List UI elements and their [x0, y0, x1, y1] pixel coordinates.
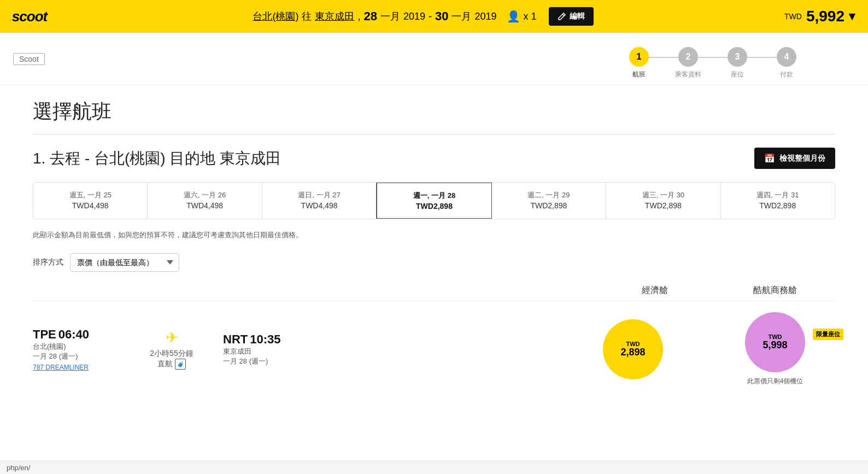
total-price: 5,992 — [806, 8, 844, 25]
step-4-num: 4 — [784, 52, 789, 62]
arrive-iata: NRT — [223, 332, 248, 347]
month-view-button[interactable]: 📅 檢視整個月份 — [754, 148, 835, 169]
info-text: 此顯示金額為目前最低價，如與您的預算不符，建議您可考慮查詢其他日期最佳價格。 — [33, 230, 835, 240]
direct-label: 直航 — [157, 359, 173, 369]
section-title-row: 1. 去程 - 台北(桃園) 目的地 東京成田 📅 檢視整個月份 — [33, 148, 835, 169]
depart-airport: 台北(桃園) — [33, 342, 120, 352]
arrive-time: 10:35 — [250, 332, 280, 347]
limited-badge: 限量座位 — [813, 329, 843, 340]
calendar-icon: 📅 — [764, 153, 775, 163]
passenger-count: x 1 — [524, 11, 537, 22]
date-year1: 2019 — [403, 11, 425, 22]
edit-button-label: 編輯 — [570, 11, 585, 21]
flight-middle: ✈ 2小時55分鐘 直航 🧳 — [133, 329, 210, 370]
return-month: 一月 — [451, 10, 471, 23]
date-year2: 2019 — [474, 11, 496, 22]
plane-type[interactable]: 787 DREAMLINER — [33, 364, 120, 371]
logo-circle: scoot — [13, 0, 46, 33]
date-tab-5[interactable]: 週三, 一月 30 TWD2,898 — [606, 183, 720, 219]
logo-text: scoot — [12, 8, 47, 25]
depart-month: 一月 — [380, 10, 400, 23]
depart-day: 28 — [363, 9, 377, 24]
section-title: 1. 去程 - 台北(桃園) 目的地 東京成田 — [33, 148, 281, 169]
step-2-num: 2 — [686, 52, 691, 62]
step-3-num: 3 — [735, 52, 740, 62]
step-3: 3 座位 — [713, 47, 762, 79]
step-1: 1 航班 — [614, 47, 664, 79]
economy-cabin-header: 經濟艙 — [595, 285, 715, 296]
tab-day-3: 週一, 一月 28 — [377, 191, 491, 201]
depart-iata: TPE — [33, 327, 56, 342]
tab-day-5: 週三, 一月 30 — [606, 190, 720, 200]
step-4-label: 付款 — [780, 70, 793, 79]
depart-date: 一月 28 (週一) — [33, 352, 120, 361]
cabin-headers: 經濟艙 酷航商務艙 — [33, 285, 835, 296]
divider — [33, 134, 835, 134]
economy-currency: TWD — [626, 341, 640, 347]
tab-day-0: 週五, 一月 25 — [33, 190, 147, 200]
tab-price-3: TWD2,898 — [377, 202, 491, 210]
sort-label: 排序方式 — [33, 258, 63, 267]
chevron-down-icon[interactable]: ▾ — [849, 9, 855, 24]
tab-price-1: TWD4,498 — [148, 201, 261, 210]
economy-price-wrapper: TWD 2,898 — [573, 319, 693, 379]
date-tab-2[interactable]: 週日, 一月 27 TWD4,498 — [262, 183, 377, 219]
logo-area: scoot — [13, 0, 79, 33]
step-3-circle: 3 — [728, 47, 747, 67]
step-4: 4 付款 — [762, 47, 811, 79]
person-icon: 👤 — [507, 10, 520, 23]
tab-day-2: 週日, 一月 27 — [262, 190, 376, 200]
steps-container: 1 航班 2 乘客資料 3 座位 4 付款 — [45, 38, 855, 79]
page-title: 選擇航班 — [33, 98, 835, 125]
step-1-label: 航班 — [632, 70, 646, 79]
sort-select[interactable]: 票價（由最低至最高） 出發時間 抵達時間 — [70, 253, 179, 272]
economy-price-circle[interactable]: TWD 2,898 — [603, 319, 663, 379]
price-currency: TWD — [784, 12, 802, 21]
date-tab-0[interactable]: 週五, 一月 25 TWD4,498 — [33, 183, 148, 219]
baggage-icon: 🧳 — [175, 359, 186, 370]
top-bar-center: 台北(桃園) 往 東京成田, 28 一月 2019 - 30 一月 2019 👤… — [79, 7, 767, 26]
business-price-wrapper: TWD 5,998 限量座位 此票價只剩4個機位 — [715, 312, 835, 386]
date-tab-6[interactable]: 週四, 一月 31 TWD2,898 — [721, 183, 835, 219]
top-bar-right: TWD 5,992 ▾ — [767, 8, 855, 25]
seats-note: 此票價只剩4個機位 — [747, 377, 804, 386]
pencil-icon — [558, 12, 566, 21]
date-tab-4[interactable]: 週二, 一月 29 TWD2,898 — [492, 183, 606, 219]
edit-button[interactable]: 編輯 — [549, 7, 594, 26]
business-circle-container: TWD 5,998 限量座位 — [745, 312, 805, 372]
date-tabs: 週五, 一月 25 TWD4,498 週六, 一月 26 TWD4,498 週日… — [33, 182, 835, 219]
plane-icon: ✈ — [166, 329, 178, 347]
route-from: 台北(桃園) — [253, 10, 298, 23]
tab-day-1: 週六, 一月 26 — [148, 190, 261, 200]
return-day: 30 — [435, 9, 448, 24]
tab-price-2: TWD4,498 — [262, 201, 376, 210]
date-tab-1[interactable]: 週六, 一月 26 TWD4,498 — [148, 183, 262, 219]
date-separator: - — [429, 11, 432, 22]
duration: 2小時55分鐘 — [150, 349, 193, 359]
step-1-circle: 1 — [629, 47, 649, 67]
tab-price-0: TWD4,498 — [33, 201, 147, 210]
flight-depart: TPE 06:40 台北(桃園) 一月 28 (週一) 787 DREAMLIN… — [33, 327, 120, 371]
step-2-label: 乘客資料 — [675, 70, 701, 79]
direct-row: 直航 🧳 — [157, 359, 186, 370]
flight-arrive: NRT 10:35 東京成田 一月 28 (週一) — [223, 332, 310, 366]
sort-row: 排序方式 票價（由最低至最高） 出發時間 抵達時間 — [33, 253, 835, 272]
arrive-airport: 東京成田 — [223, 347, 310, 356]
top-bar: scoot 台北(桃園) 往 東京成田, 28 一月 2019 - 30 一月 … — [0, 0, 868, 33]
breadcrumb-bar: Scoot 1 航班 2 乘客資料 3 座位 4 — [0, 33, 868, 85]
route-to: 東京成田 — [315, 10, 354, 23]
step-2-circle: 2 — [678, 47, 698, 67]
step-3-label: 座位 — [731, 70, 744, 79]
date-tab-3[interactable]: 週一, 一月 28 TWD2,898 — [376, 182, 492, 219]
arrive-date: 一月 28 (週一) — [223, 356, 310, 366]
step-4-circle: 4 — [777, 47, 796, 67]
tab-day-6: 週四, 一月 31 — [721, 190, 835, 200]
depart-time: 06:40 — [58, 327, 89, 342]
main-content: 選擇航班 1. 去程 - 台北(桃園) 目的地 東京成田 📅 檢視整個月份 週五… — [0, 98, 868, 397]
step-2: 2 乘客資料 — [664, 47, 713, 79]
business-price-circle[interactable]: TWD 5,998 — [745, 312, 805, 372]
business-amount: 5,998 — [763, 340, 787, 351]
tab-price-4: TWD2,898 — [492, 201, 606, 210]
flight-info-0: TPE 06:40 台北(桃園) 一月 28 (週一) 787 DREAMLIN… — [33, 327, 573, 371]
breadcrumb[interactable]: Scoot — [13, 53, 45, 65]
